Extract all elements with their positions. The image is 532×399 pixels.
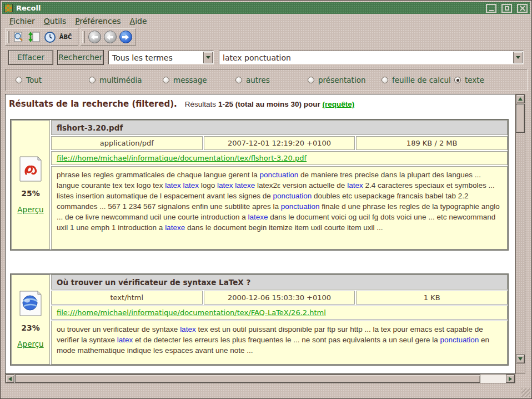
radio-label: feuille de calcul — [392, 76, 451, 84]
sort-document-icon[interactable] — [27, 30, 42, 44]
maximize-button[interactable] — [501, 4, 512, 13]
recoll-window: Recoll Fichier Outils Préférences Aide — [0, 0, 532, 399]
relevance-percent: 25% — [21, 189, 40, 198]
radio-label: texte — [465, 76, 484, 84]
filter-radio-texte[interactable]: texte — [454, 76, 484, 84]
radio-label: multimédia — [99, 76, 142, 84]
app-icon — [4, 4, 13, 12]
result-date: 2007-12-01 12:19:20 +0100 — [204, 136, 355, 150]
window-title: Recoll — [16, 4, 41, 12]
category-filter-panel: Toutmultimédiamessageautresprésentationf… — [5, 69, 528, 91]
radio-icon — [16, 77, 22, 83]
results-panel: Résultats de la recherche (filtered). Ré… — [5, 94, 515, 374]
close-icon — [520, 6, 525, 11]
result-item: 25% Aperçu flshort-3.20.pdf application/… — [10, 119, 509, 251]
chevron-down-icon[interactable] — [203, 52, 213, 63]
forward-icon[interactable] — [118, 30, 133, 44]
result-url-link[interactable]: file:///home/michael/informatique/docume… — [57, 154, 307, 162]
filter-radio-autres[interactable]: autres — [235, 76, 270, 84]
result-item: 23% Aperçu Où trouver un vérificateur de… — [10, 273, 509, 366]
results-count-prefix: Résultats — [185, 100, 216, 108]
filter-radio-tout[interactable]: Tout — [16, 76, 42, 84]
filter-radio-feuille-de-calcul[interactable]: feuille de calcul — [382, 76, 451, 84]
query-details-link[interactable]: (requête) — [322, 100, 354, 108]
results-header: Résultats de la recherche (filtered). Ré… — [6, 94, 515, 109]
filter-radio-message[interactable]: message — [163, 76, 207, 84]
result-snippet: ou trouver un verificateur de syntaxe la… — [51, 321, 508, 365]
clear-button[interactable]: Effacer — [8, 50, 53, 65]
query-value: latex ponctuation — [219, 53, 513, 62]
radio-label: message — [173, 76, 207, 84]
scroll-up-icon[interactable] — [516, 94, 525, 103]
menu-preferences[interactable]: Préférences — [71, 16, 125, 27]
radio-label: autres — [246, 76, 270, 84]
result-url-cell: file:///home/michael/informatique/docume… — [51, 306, 508, 320]
filter-radio-présentation[interactable]: présentation — [308, 76, 365, 84]
relevance-percent: 23% — [21, 323, 40, 332]
vertical-scroll-thumb[interactable] — [516, 104, 525, 133]
vertical-scrollbar[interactable] — [515, 94, 525, 374]
minimize-button[interactable] — [486, 4, 496, 13]
result-date: 2000-12-06 15:03:30 +0100 — [204, 291, 355, 305]
back-icon[interactable] — [87, 30, 102, 44]
clock-icon[interactable] — [42, 30, 58, 44]
scroll-right-icon[interactable] — [506, 375, 515, 383]
maximize-icon — [505, 6, 509, 11]
menu-outils[interactable]: Outils — [39, 16, 71, 27]
toolbar-nav — [81, 28, 136, 46]
toolbar-grip[interactable] — [82, 31, 85, 43]
toolbar-grip[interactable] — [7, 31, 9, 43]
scroll-down-icon[interactable] — [516, 355, 525, 363]
close-button[interactable] — [517, 4, 528, 13]
result-url-cell: file:///home/michael/informatique/docume… — [51, 151, 508, 165]
minimize-icon — [489, 10, 494, 11]
horizontal-scroll-thumb[interactable] — [15, 375, 480, 383]
document-preview-icon[interactable] — [11, 30, 27, 44]
radio-icon — [454, 77, 461, 83]
radio-icon — [235, 77, 242, 83]
result-mime: text/html — [51, 291, 203, 305]
horizontal-scrollbar[interactable] — [5, 374, 515, 383]
back-icon[interactable] — [102, 30, 118, 44]
html-icon — [19, 291, 42, 316]
radio-icon — [89, 77, 96, 83]
pdf-icon — [19, 156, 42, 182]
toolbar-main: ÂBĈ — [5, 28, 78, 46]
filter-radio-multimédia[interactable]: multimédia — [89, 76, 142, 84]
result-url-link[interactable]: file:///home/michael/informatique/docume… — [57, 308, 326, 317]
radio-icon — [163, 77, 169, 83]
result-side-column: 23% Aperçu — [11, 275, 50, 365]
search-mode-select[interactable]: Tous les termes — [108, 51, 214, 64]
result-snippet: phrase les regles grammaticales de chaqu… — [51, 166, 508, 250]
preview-link[interactable]: Aperçu — [17, 340, 43, 348]
result-size: 189 KB / 2 MB — [356, 136, 508, 150]
result-title: flshort-3.20.pdf — [51, 120, 508, 135]
chevron-down-icon[interactable] — [513, 52, 523, 63]
results-count: 1-25 (total au moins 30) pour — [218, 100, 320, 108]
preview-link[interactable]: Aperçu — [17, 205, 43, 214]
result-title: Où trouver un vérificateur de syntaxe La… — [51, 275, 508, 290]
titlebar[interactable]: Recoll — [2, 2, 530, 14]
result-side-column: 25% Aperçu — [11, 120, 50, 250]
radio-label: présentation — [318, 76, 365, 84]
search-mode-value: Tous les termes — [109, 53, 203, 62]
menu-aide[interactable]: Aide — [126, 16, 152, 27]
search-button[interactable]: Rechercher — [57, 50, 104, 65]
result-info-row: text/html 2000-12-06 15:03:30 +0100 1 KB — [51, 291, 508, 305]
results-title: Résultats de la recherche (filtered). — [9, 99, 177, 109]
menu-fichier[interactable]: Fichier — [5, 16, 39, 27]
result-mime: application/pdf — [51, 136, 203, 150]
result-size: 1 KB — [356, 291, 508, 305]
radio-label: Tout — [26, 76, 42, 84]
radio-icon — [382, 77, 388, 83]
query-input[interactable]: latex ponctuation — [219, 51, 524, 64]
radio-icon — [308, 77, 314, 83]
resize-grip-icon[interactable] — [521, 388, 530, 397]
term-explorer-icon[interactable]: ÂBĈ — [58, 30, 73, 44]
menubar: Fichier Outils Préférences Aide — [2, 14, 530, 27]
scroll-left-icon[interactable] — [6, 375, 14, 383]
result-info-row: application/pdf 2007-12-01 12:19:20 +010… — [51, 136, 508, 150]
